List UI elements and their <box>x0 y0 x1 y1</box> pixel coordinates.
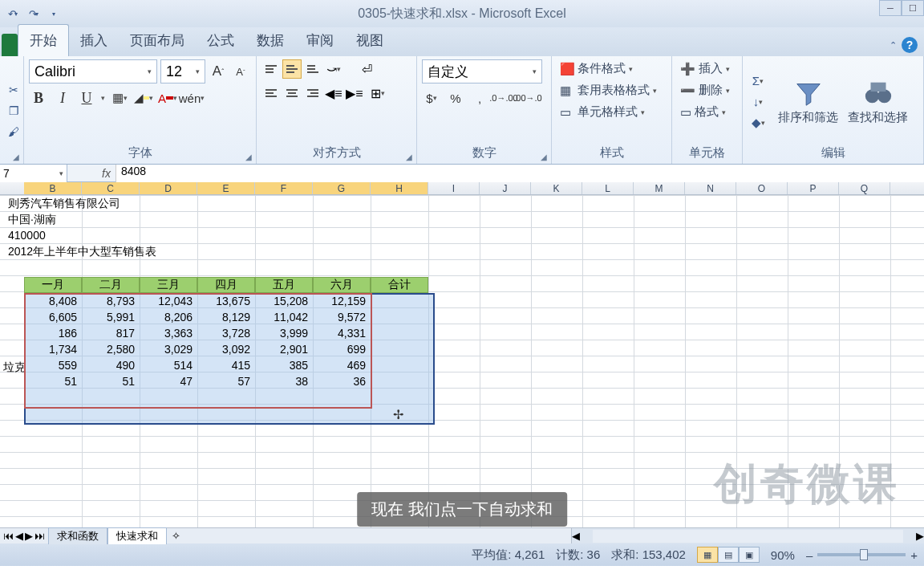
data-cell[interactable]: 699 <box>313 341 369 357</box>
shrink-font-button[interactable]: Aˇ <box>231 62 250 81</box>
phonetic-button[interactable]: wén▾ <box>182 88 201 108</box>
format-as-table-button[interactable]: ▦套用表格格式▾ <box>557 81 660 100</box>
data-cell[interactable]: 57 <box>197 373 253 389</box>
column-header[interactable]: I <box>428 182 480 194</box>
data-cell[interactable]: 514 <box>140 357 196 373</box>
column-header[interactable]: N <box>685 182 736 194</box>
conditional-formatting-button[interactable]: 🟥条件格式▾ <box>557 59 636 78</box>
delete-cells-button[interactable]: ➖删除▾ <box>677 81 733 100</box>
horizontal-scrollbar[interactable]: ◀ ▶ <box>571 528 924 543</box>
normal-view-button[interactable]: ▦ <box>697 547 718 563</box>
column-header[interactable]: Q <box>839 182 890 194</box>
column-header[interactable]: D <box>140 182 197 194</box>
tab-review[interactable]: 审阅 <box>295 25 345 56</box>
currency-button[interactable]: $▾ <box>422 88 441 108</box>
data-cell[interactable]: 4,331 <box>313 325 369 341</box>
data-cell[interactable]: 47 <box>140 373 196 389</box>
data-cell[interactable]: 2,580 <box>82 341 138 357</box>
data-cell[interactable]: 5,991 <box>82 309 138 325</box>
scroll-left-icon[interactable]: ◀ <box>572 530 580 542</box>
align-left-button[interactable] <box>261 83 281 103</box>
minimize-ribbon-icon[interactable]: ⌃ <box>890 40 897 51</box>
font-color-button[interactable]: A▾ <box>158 88 177 108</box>
cell-styles-button[interactable]: ▭单元格样式▾ <box>557 103 648 121</box>
align-bottom-button[interactable] <box>303 59 322 79</box>
name-box[interactable]: 7▾ <box>0 165 67 182</box>
column-header[interactable]: M <box>634 182 685 194</box>
increase-indent-button[interactable]: ▶≡ <box>345 83 364 103</box>
align-top-button[interactable] <box>261 59 281 79</box>
decrease-decimal-button[interactable]: .00→.0 <box>518 88 537 108</box>
wrap-text-button[interactable]: ⏎ <box>355 59 379 79</box>
tab-home[interactable]: 开始 <box>18 24 69 56</box>
number-format-select[interactable]: 自定义▾ <box>422 59 542 83</box>
italic-button[interactable]: I <box>53 88 72 108</box>
data-cell[interactable]: 186 <box>24 325 80 341</box>
data-cell[interactable]: 11,042 <box>255 309 311 325</box>
border-button[interactable]: ▦▾ <box>110 88 129 108</box>
align-middle-button[interactable] <box>282 59 302 79</box>
new-sheet-button[interactable]: ✧ <box>167 530 185 542</box>
increase-decimal-button[interactable]: .0→.00 <box>494 88 513 108</box>
data-cell[interactable]: 469 <box>313 357 369 373</box>
data-cell[interactable]: 559 <box>24 357 80 373</box>
redo-button[interactable]: ↷▾ <box>24 5 43 22</box>
sort-filter-button[interactable]: 排序和筛选 <box>773 76 843 127</box>
tab-view[interactable]: 视图 <box>345 25 395 56</box>
column-header[interactable]: G <box>313 182 371 194</box>
prev-sheet-button[interactable]: ◀ <box>15 530 23 542</box>
column-header[interactable]: F <box>255 182 313 194</box>
data-cell[interactable]: 2,901 <box>255 341 311 357</box>
column-header[interactable]: P <box>788 182 839 194</box>
data-cell[interactable]: 15,208 <box>255 293 311 309</box>
column-header[interactable]: J <box>480 182 531 194</box>
cut-button[interactable]: ✂ <box>5 81 22 99</box>
format-cells-button[interactable]: ▭格式▾ <box>677 103 729 121</box>
data-cell[interactable]: 38 <box>255 373 311 389</box>
data-cell[interactable]: 8,793 <box>82 293 138 309</box>
data-cell[interactable]: 3,363 <box>140 325 196 341</box>
data-cell[interactable]: 8,129 <box>197 309 253 325</box>
chevron-down-icon[interactable]: ▾ <box>101 94 105 102</box>
data-cell[interactable]: 8,206 <box>140 309 196 325</box>
underline-button[interactable]: U <box>77 88 96 108</box>
data-cell[interactable]: 1,734 <box>24 341 80 357</box>
merge-button[interactable]: ⊞▾ <box>366 83 390 103</box>
autosum-button[interactable]: Σ▾ <box>748 72 768 90</box>
data-cell[interactable]: 12,159 <box>313 293 369 309</box>
find-select-button[interactable]: 查找和选择 <box>843 76 913 127</box>
data-cell[interactable]: 415 <box>197 357 253 373</box>
undo-button[interactable]: ↶▾ <box>3 5 22 22</box>
orientation-button[interactable]: ⤻▾ <box>324 59 343 79</box>
percent-button[interactable]: % <box>446 88 465 108</box>
data-cell[interactable]: 3,092 <box>197 341 253 357</box>
zoom-slider[interactable]: – + <box>806 548 918 562</box>
data-cell[interactable]: 3,728 <box>197 325 253 341</box>
tab-data[interactable]: 数据 <box>245 25 295 56</box>
column-header[interactable]: H <box>371 182 428 194</box>
column-header[interactable]: E <box>197 182 255 194</box>
dialog-launcher-icon[interactable]: ◢ <box>243 151 254 162</box>
data-cell[interactable]: 8,408 <box>24 293 80 309</box>
tab-insert[interactable]: 插入 <box>69 25 119 56</box>
column-header[interactable]: C <box>82 182 140 194</box>
zoom-thumb[interactable] <box>860 549 868 560</box>
fx-button[interactable]: fx <box>67 167 116 180</box>
data-cell[interactable]: 12,043 <box>140 293 196 309</box>
zoom-in-button[interactable]: + <box>910 548 918 562</box>
page-break-view-button[interactable]: ▣ <box>739 547 760 563</box>
fill-button[interactable]: ↓▾ <box>748 93 768 111</box>
grow-font-button[interactable]: Aˆ <box>209 62 228 81</box>
last-sheet-button[interactable]: ⏭ <box>34 530 45 542</box>
scroll-right-icon[interactable]: ▶ <box>916 530 924 542</box>
help-icon[interactable]: ? <box>902 37 918 53</box>
column-header[interactable]: O <box>736 182 788 194</box>
font-name-select[interactable]: Calibri▾ <box>29 59 157 83</box>
column-header[interactable]: B <box>24 182 82 194</box>
clear-button[interactable]: ◆▾ <box>748 114 768 132</box>
data-cell[interactable]: 490 <box>82 357 138 373</box>
data-cell[interactable]: 9,572 <box>313 309 369 325</box>
sheet-tab-2[interactable]: 快速求和 <box>107 527 167 544</box>
data-cell[interactable]: 3,999 <box>255 325 311 341</box>
column-header[interactable]: K <box>531 182 582 194</box>
